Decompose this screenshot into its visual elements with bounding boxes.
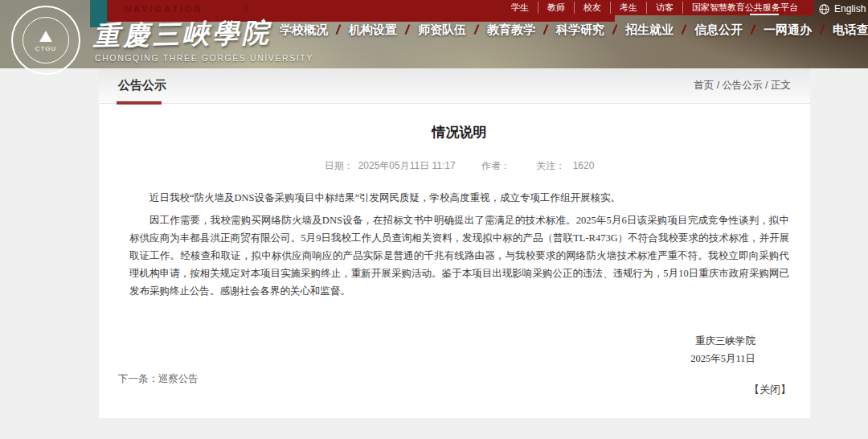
main-navigation: 学校概况 机构设置 师资队伍 教育教学 科学研究 招生就业 信息公开 一网通办 …	[280, 23, 868, 38]
section-title: 公告公示	[118, 78, 166, 93]
article-paragraph: 因工作需要，我校需购买网络防火墙及DNS设备，在招标文书中明确提出了需满足的技术…	[129, 211, 789, 300]
next-article-link[interactable]: 巡察公告	[158, 373, 199, 384]
seal-emblem-icon: ⛰	[39, 29, 53, 43]
university-seal-logo[interactable]: ⛰ CTGU	[11, 6, 80, 75]
seal-abbreviation: CTGU	[35, 45, 57, 52]
date-label: 日期：	[325, 160, 354, 171]
views-label: 关注：	[536, 160, 565, 171]
link-applicants[interactable]: 考生	[610, 2, 646, 14]
site-header: NAVIGATION 学生 教师 校友 考生 访客 国家智慧教育公共服务平台 E…	[0, 0, 868, 68]
link-alumni[interactable]: 校友	[574, 2, 610, 14]
nav-item-about[interactable]: 学校概况	[280, 23, 328, 38]
section-title-underline	[117, 101, 162, 105]
link-faculty[interactable]: 教师	[538, 2, 574, 14]
next-article: 下一条：巡察公告	[118, 372, 199, 386]
article: 情况说明 日期：2025年05月11日 11:17 作者： 关注： 1620 近…	[99, 123, 810, 367]
close-button[interactable]: 【关闭】	[749, 383, 791, 397]
link-students[interactable]: 学生	[502, 2, 538, 14]
date-value: 2025年05月11日 11:17	[358, 160, 456, 171]
signature-org: 重庆三峡学院	[129, 332, 755, 350]
article-title: 情况说明	[129, 123, 789, 142]
article-paragraph: 近日我校“防火墙及DNS设备采购项目中标结果”引发网民质疑，学校高度重视，成立专…	[129, 189, 789, 207]
nav-item-phone-directory[interactable]: 电话查询	[833, 23, 868, 38]
english-label: English	[834, 3, 866, 14]
nav-item-information[interactable]: 信息公开	[694, 23, 743, 38]
article-body: 近日我校“防火墙及DNS设备采购项目中标结果”引发网民质疑，学校高度重视，成立专…	[129, 189, 789, 300]
article-meta: 日期：2025年05月11日 11:17 作者： 关注： 1620	[129, 159, 789, 173]
globe-icon	[819, 4, 829, 14]
seal-inner-ring: ⛰ CTGU	[23, 17, 69, 64]
nav-item-faculty[interactable]: 师资队伍	[418, 23, 466, 38]
article-footer: 下一条：巡察公告 【关闭】	[99, 371, 810, 386]
author-label: 作者：	[481, 160, 510, 171]
nav-active-indicator	[750, 14, 779, 15]
content-card: 公告公示 首页 / 公告公示 / 正文 情况说明 日期：2025年05月11日 …	[99, 68, 810, 418]
breadcrumb-bar: 公告公示 首页 / 公告公示 / 正文	[99, 68, 810, 104]
nav-item-education[interactable]: 教育教学	[487, 23, 535, 38]
nav-item-organization[interactable]: 机构设置	[349, 23, 397, 38]
nav-item-admissions[interactable]: 招生就业	[625, 23, 674, 38]
views-count: 1620	[573, 160, 595, 171]
link-visitors[interactable]: 访客	[646, 2, 682, 14]
link-national-education-platform[interactable]: 国家智慧教育公共服务平台	[682, 2, 807, 14]
breadcrumb[interactable]: 首页 / 公告公示 / 正文	[694, 79, 791, 92]
page: NAVIGATION 学生 教师 校友 考生 访客 国家智慧教育公共服务平台 E…	[0, 0, 868, 439]
nav-item-research[interactable]: 科学研究	[556, 23, 604, 38]
next-label: 下一条：	[118, 373, 158, 384]
university-name-en: CHONGQING THREE GORGES UNIVERSITY	[95, 53, 313, 63]
signature-date: 2025年5月11日	[129, 350, 755, 367]
nav-item-services[interactable]: 一网通办	[764, 23, 812, 38]
language-switch[interactable]: English	[819, 3, 866, 14]
article-signature: 重庆三峡学院 2025年5月11日	[129, 332, 789, 367]
navigation-label: NAVIGATION	[125, 4, 250, 14]
